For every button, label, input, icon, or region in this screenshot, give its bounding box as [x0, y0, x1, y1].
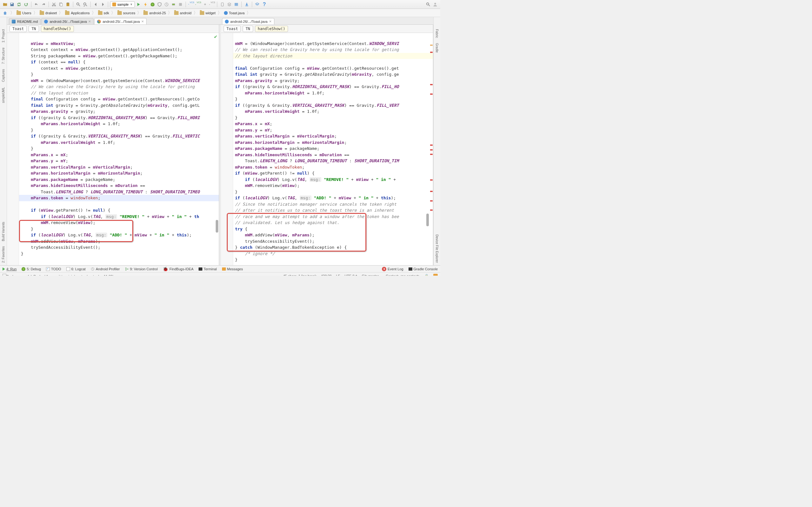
- breadcrumb-item[interactable]: android: [180, 11, 192, 15]
- code-area-right[interactable]: mWM = (WindowManager)context.getSystemSe…: [221, 33, 433, 265]
- status-position[interactable]: 428:38: [321, 274, 332, 276]
- cut-icon[interactable]: [51, 1, 57, 8]
- replace-icon[interactable]: [82, 1, 89, 8]
- crumb-inner[interactable]: TN: [29, 26, 39, 32]
- find-icon[interactable]: [75, 1, 82, 8]
- scrollbar-thumb[interactable]: [426, 214, 429, 226]
- help-icon[interactable]: ?: [261, 1, 267, 8]
- tool-gradle[interactable]: Gradle: [435, 43, 439, 53]
- svg-rect-16: [235, 5, 238, 6]
- tool-run[interactable]: 4: Run: [3, 267, 16, 271]
- vcs-update-icon[interactable]: VCS: [188, 1, 194, 8]
- crumb-method[interactable]: handleShow(): [255, 26, 288, 32]
- breadcrumb-item[interactable]: sources: [123, 11, 136, 15]
- breadcrumb-item[interactable]: widget: [206, 11, 216, 15]
- refresh-icon[interactable]: [23, 1, 29, 8]
- status-hector-icon[interactable]: [433, 274, 438, 276]
- tool-fabric[interactable]: Fabric: [435, 29, 439, 38]
- profile-icon[interactable]: [163, 1, 170, 8]
- tool-debug[interactable]: 5: Debug: [21, 267, 41, 271]
- tool-project[interactable]: 1: Project: [2, 29, 5, 43]
- tool-structure[interactable]: 7: Structure: [2, 48, 5, 64]
- editor-pane-right: Toast TN handleShow() mWM = (WindowManag…: [221, 25, 433, 265]
- main-toolbar: sample ▼ VCS VCS + VCS ?: [0, 0, 440, 9]
- tool-favorites[interactable]: 2: Favorites: [2, 246, 5, 263]
- sync-icon[interactable]: [16, 1, 22, 8]
- open-icon[interactable]: [2, 1, 8, 8]
- close-icon[interactable]: ×: [142, 19, 144, 23]
- download-icon[interactable]: [244, 1, 250, 8]
- user-icon[interactable]: [432, 1, 438, 8]
- back-icon[interactable]: [93, 1, 99, 8]
- error-stripe[interactable]: [429, 33, 433, 265]
- tool-terminal[interactable]: Terminal: [199, 267, 217, 271]
- breadcrumb-item[interactable]: drakeet: [45, 11, 57, 15]
- tab-readme[interactable]: README.md: [9, 18, 41, 24]
- redo-icon[interactable]: [40, 1, 47, 8]
- svg-rect-15: [235, 4, 238, 5]
- tool-event-log[interactable]: 3Event Log: [382, 267, 403, 271]
- svg-rect-14: [235, 3, 238, 4]
- svg-rect-13: [221, 3, 223, 6]
- breadcrumb-item[interactable]: Users: [22, 11, 32, 15]
- paste-icon[interactable]: [65, 1, 71, 8]
- debug-icon[interactable]: [149, 1, 156, 8]
- breadcrumb-bar: 〉Users 〉drakeet 〉Applications 〉sdk 〉sour…: [0, 9, 440, 17]
- breadcrumb-item[interactable]: Applications: [71, 11, 90, 15]
- code-breadcrumb-right: Toast TN handleShow(): [221, 25, 433, 33]
- status-git-branch[interactable]: Git: master ▸: [362, 274, 382, 276]
- status-lock-icon[interactable]: 🔒: [424, 274, 429, 276]
- run-config-select[interactable]: sample ▼: [110, 1, 135, 8]
- project-structure-icon[interactable]: [233, 1, 240, 8]
- tool-messages[interactable]: Messages: [222, 267, 243, 271]
- tool-gradle-console[interactable]: Gradle Console: [409, 267, 438, 271]
- tab-toast-26-left[interactable]: android-26/.../Toast.java×: [41, 18, 94, 24]
- vcs-revert-icon[interactable]: +: [202, 1, 208, 8]
- home-icon[interactable]: [2, 10, 8, 16]
- vcs-history-icon[interactable]: VCS: [209, 1, 215, 8]
- tool-vcs[interactable]: 9: Version Control: [125, 267, 158, 271]
- breadcrumb-file[interactable]: Toast.java: [229, 11, 245, 15]
- svg-point-18: [434, 3, 436, 4]
- avd-icon[interactable]: [219, 1, 225, 8]
- status-bar: Push successful: Pushed 1 commit to orig…: [0, 272, 440, 276]
- search-everywhere-icon[interactable]: [425, 1, 432, 8]
- copy-icon[interactable]: [58, 1, 64, 8]
- close-icon[interactable]: ×: [89, 19, 91, 23]
- crumb-class[interactable]: Toast: [9, 26, 27, 32]
- code-area-left[interactable]: mView = mNextView; Context context = mVi…: [7, 33, 219, 265]
- tab-toast-26-right[interactable]: android-26/.../Toast.java×: [222, 18, 274, 24]
- crumb-inner[interactable]: TN: [243, 26, 253, 32]
- tool-findbugs[interactable]: 🐞FindBugs-IDEA: [163, 267, 194, 272]
- java-file-icon: [224, 11, 228, 15]
- save-icon[interactable]: [9, 1, 15, 8]
- tool-simpleuml[interactable]: simpleUML: [2, 87, 5, 103]
- crumb-method[interactable]: handleShow(): [41, 26, 74, 32]
- attach-debugger-icon[interactable]: [170, 1, 177, 8]
- sdk-icon[interactable]: [226, 1, 233, 8]
- stop-icon[interactable]: [177, 1, 184, 8]
- status-line-ending[interactable]: LF: [336, 274, 340, 276]
- forward-icon[interactable]: [100, 1, 106, 8]
- tool-logcat[interactable]: 6: Logcat: [66, 267, 86, 271]
- breadcrumb-item[interactable]: sdk: [104, 11, 109, 15]
- status-context[interactable]: Context: <no context>: [386, 274, 420, 276]
- scrollbar-thumb[interactable]: [216, 220, 218, 233]
- tool-profiler[interactable]: Android Profiler: [91, 267, 120, 271]
- vcs-commit-icon[interactable]: VCS: [195, 1, 201, 8]
- undo-icon[interactable]: [33, 1, 40, 8]
- breadcrumb-item[interactable]: android-25: [149, 11, 166, 15]
- coverage-icon[interactable]: [156, 1, 163, 8]
- layers-icon[interactable]: [254, 1, 260, 8]
- apply-changes-icon[interactable]: [142, 1, 149, 8]
- editor-tabs-right: android-26/.../Toast.java×: [220, 17, 433, 25]
- tool-device-explorer[interactable]: Device File Explorer: [435, 234, 439, 263]
- status-encoding[interactable]: UTF-8 ‡: [345, 274, 357, 276]
- close-icon[interactable]: ×: [269, 19, 271, 23]
- run-icon[interactable]: [136, 1, 142, 8]
- crumb-class[interactable]: Toast: [223, 26, 241, 32]
- tab-toast-25[interactable]: android-25/.../Toast.java×: [94, 18, 147, 24]
- tool-todo[interactable]: ✓TODO: [46, 267, 61, 271]
- tool-build-variants[interactable]: Build Variants: [2, 222, 5, 241]
- tool-captures[interactable]: Captures: [2, 69, 5, 82]
